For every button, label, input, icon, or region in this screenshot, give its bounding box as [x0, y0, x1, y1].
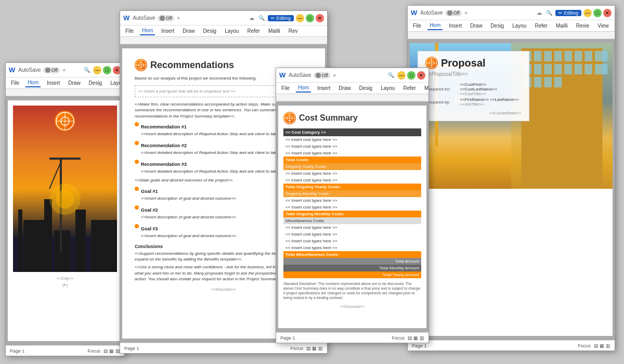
minimize-btn-2[interactable]: — [296, 14, 304, 22]
ribbon-design-4[interactable]: Desig [489, 22, 506, 30]
proposal-title-placeholder-4: <<ProposalTitle>> [425, 71, 522, 77]
maximize-btn-3[interactable]: □ [407, 71, 415, 80]
window-controls-2: — □ ✕ [296, 14, 324, 22]
goal2-body-2: <<Insert description of goal and desired… [141, 214, 237, 220]
editing-badge-2: ✏ Editing [268, 15, 294, 21]
misc-cost2-3: << Insert cost types here >> [283, 231, 421, 238]
svg-rect-5 [91, 220, 117, 272]
rec1-body-2: <<Insert detailed description of Require… [141, 131, 296, 137]
autosave-toggle-1[interactable]: Off [43, 67, 60, 73]
cloud-icon-4[interactable]: ☁ [537, 10, 542, 16]
autosave-dot-2 [160, 16, 165, 21]
ribbon-home-4[interactable]: Hom [427, 21, 443, 30]
cost-category-header-3: << Cost Category >> [283, 128, 421, 136]
ribbon-design-3[interactable]: Desig [357, 84, 375, 92]
svg-rect-27 [544, 51, 552, 61]
autosave-state-2: Off [166, 16, 172, 21]
close-btn-2[interactable]: ✕ [316, 14, 324, 22]
maximize-btn-2[interactable]: □ [306, 14, 314, 22]
search-icon-1[interactable]: 🔍 [84, 67, 90, 73]
svg-rect-36 [554, 64, 562, 74]
ribbon-draw-3[interactable]: Draw [336, 84, 353, 92]
ribbon-insert-4[interactable]: Insert [447, 22, 464, 30]
cost-disclaimer-3: Standard Disclaimer: The numbers represe… [283, 281, 421, 300]
prepared-by-row-4: Prepared by: <<FirstName>> <<LastName>> … [426, 97, 521, 107]
svg-rect-3 [55, 230, 70, 272]
focus-label-2: Focus [290, 346, 303, 351]
proposal-info-table-4: Prepared for: <<CustFirst>> <<CustLastNa… [425, 81, 522, 108]
ribbon-design-1[interactable]: Desig [87, 79, 105, 87]
status-bar-1: Page 1 Focus ▤ ▦ ▥ [6, 345, 124, 356]
ribbon-mail-3[interactable]: Mai [422, 84, 429, 92]
ribbon-refer-4[interactable]: Refer [532, 22, 549, 30]
close-btn-3[interactable]: ✕ [417, 71, 425, 80]
ribbon-file-2[interactable]: File [123, 27, 136, 35]
autosave-toggle-2[interactable]: Off [158, 15, 174, 21]
ribbon-file-4[interactable]: File [411, 22, 423, 30]
maximize-btn-1[interactable]: □ [103, 66, 111, 74]
ribbon-draw-1[interactable]: Draw [66, 79, 82, 87]
page-1: <<City>> (P) [8, 100, 122, 341]
page-label-2: Page 1 [124, 346, 139, 351]
ribbon-draw-4[interactable]: Draw [468, 22, 484, 30]
svg-rect-30 [575, 51, 582, 61]
total-amount-3: Total Amount [283, 258, 421, 265]
minimize-btn-1[interactable]: — [93, 66, 101, 74]
ribbon-review-4[interactable]: Revie [574, 22, 592, 30]
ribbon-insert-2[interactable]: Insert [159, 27, 176, 35]
ribbon-refer-2[interactable]: Refer [245, 27, 262, 35]
minimize-btn-4[interactable]: — [583, 9, 592, 17]
logo-circle-1 [55, 111, 75, 132]
expand-icon-3: » [333, 72, 336, 78]
prepared-for-value-4: <<CustFirst>> <<CustLastName>> <<CustTit… [460, 82, 520, 96]
search-icon-4[interactable]: 🔍 [546, 10, 552, 16]
svg-rect-37 [564, 64, 572, 74]
autosave-dot-1 [45, 68, 50, 73]
ribbon-layout-3[interactable]: Layou [379, 84, 397, 92]
expand-icon-1: » [63, 67, 66, 73]
total-yearly-amount-row-3: Total Yearly Amount [283, 271, 421, 278]
ribbon-insert-3[interactable]: Insert [315, 84, 332, 92]
word-window-1: W AutoSave Off » 🔍 — □ ✕ File Hom Insert… [5, 62, 125, 356]
search-icon-3[interactable]: 🔍 [388, 72, 394, 78]
footer-3: <<Docosia>> [283, 304, 421, 309]
maximize-btn-4[interactable]: □ [593, 9, 602, 17]
svg-rect-44 [554, 77, 562, 87]
misc-item4-3: << Insert cost types here >> [283, 244, 421, 251]
goal1-title-2: Goal #1 [141, 189, 237, 194]
status-bar-4: Page 1 Focus ▤ ▦ ▥ [408, 340, 615, 350]
word-icon-3: W [279, 71, 285, 79]
ribbon-view-4[interactable]: View [595, 22, 611, 30]
title-bar-1: W AutoSave Off » 🔍 — □ ✕ [6, 63, 124, 77]
ribbon-home-2[interactable]: Hom [140, 27, 155, 35]
autosave-toggle-4[interactable]: Off [445, 10, 462, 16]
cloud-icon-2[interactable]: ☁ [249, 15, 254, 21]
autosave-toggle-3[interactable]: Off [314, 72, 330, 79]
prepared-by-value-4: <<FirstName>> <<LastName>> <<JobTitle>> [460, 97, 520, 107]
window-controls-4: — □ ✕ [583, 9, 612, 17]
yearly-cost1-3: << Insert cost types here >> [283, 170, 421, 177]
ribbon-layout-4[interactable]: Layou [510, 22, 528, 30]
ribbon-home-3[interactable]: Hom [296, 84, 311, 93]
ribbon-layout-2[interactable]: Layou [223, 27, 241, 35]
goal3-body-2: <<Insert description of goal and desired… [141, 233, 237, 239]
status-right-4: Focus ▤ ▦ ▥ [578, 343, 610, 348]
page-label-1: Page 1 [10, 348, 25, 354]
ribbon-refer-3[interactable]: Refer [401, 84, 418, 92]
ribbon-draw-2[interactable]: Draw [180, 27, 197, 35]
monthly-item1-3: << Insert cost types here >> [283, 197, 421, 204]
doc-area-3: Cost Summary << Cost Category >> << Inse… [276, 101, 428, 332]
ribbon-review-2[interactable]: Rev [287, 27, 300, 35]
ribbon-mail-4[interactable]: Mailli [554, 22, 570, 30]
close-btn-4[interactable]: ✕ [603, 9, 612, 17]
total-monthly-amount-3: Total Monthly Amount [283, 265, 421, 271]
ribbon-mail-2[interactable]: Mailli [266, 27, 282, 35]
ribbon-file-1[interactable]: File [9, 79, 21, 87]
ribbon-insert-1[interactable]: Insert [45, 79, 62, 87]
ribbon-home-1[interactable]: Hom [25, 79, 41, 87]
ribbon-file-3[interactable]: File [279, 84, 292, 92]
cost-data-row1-3: << Insert cost types here >> [283, 136, 421, 143]
minimize-btn-3[interactable]: — [397, 71, 406, 80]
ribbon-design-2[interactable]: Desig [201, 27, 219, 35]
search-icon-2[interactable]: 🔍 [258, 15, 265, 21]
